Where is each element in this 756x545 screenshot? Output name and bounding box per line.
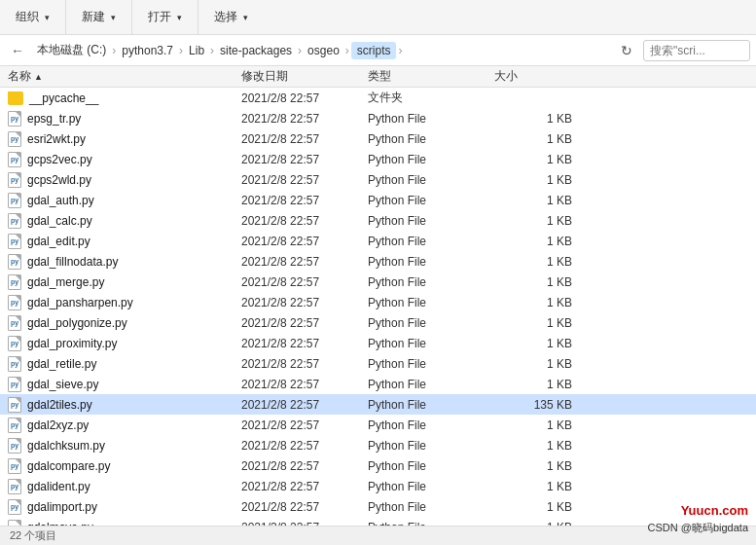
file-row[interactable]: py gcps2vec.py 2021/2/8 22:57 Python Fil… — [0, 149, 756, 169]
cell-date: 2021/2/8 22:57 — [241, 459, 368, 473]
toolbar-select[interactable]: 选择 ▾ — [198, 0, 264, 34]
cell-size: 1 KB — [494, 296, 572, 309]
cell-name: py gdal_merge.py — [8, 274, 241, 290]
cell-date: 2021/2/8 22:57 — [241, 132, 368, 146]
cell-type: Python File — [368, 418, 494, 432]
open-label: 打开 — [148, 9, 171, 25]
file-row[interactable]: py gdal_fillnodata.py 2021/2/8 22:57 Pyt… — [0, 251, 756, 272]
col-header-size[interactable]: 大小 — [494, 68, 572, 85]
crumb-lib[interactable]: Lib — [185, 42, 208, 59]
file-list: __pycache__ 2021/2/8 22:57 文件夹 py epsg_t… — [0, 88, 756, 526]
cell-name: py gdal_pansharpen.py — [8, 295, 241, 310]
python-file-icon: py — [8, 172, 21, 188]
cell-type: Python File — [368, 316, 494, 330]
file-row[interactable]: py gdalcompare.py 2021/2/8 22:57 Python … — [0, 455, 756, 476]
cell-date: 2021/2/8 22:57 — [241, 500, 368, 514]
cell-size: 1 KB — [494, 214, 572, 228]
toolbar-new[interactable]: 新建 ▾ — [66, 0, 132, 34]
file-name: epsg_tr.py — [27, 112, 81, 126]
file-row[interactable]: py gdal2tiles.py 2021/2/8 22:57 Python F… — [0, 394, 756, 415]
cell-size: 1 KB — [494, 255, 572, 269]
cell-type: Python File — [368, 521, 494, 527]
col-header-date[interactable]: 修改日期 — [241, 68, 368, 85]
file-name: gdalident.py — [27, 480, 90, 493]
watermark-line1: Yuucn.com — [681, 503, 748, 518]
cell-size: 135 KB — [494, 398, 572, 412]
file-name: gdal_calc.py — [27, 214, 92, 228]
file-row[interactable]: py gdalmove.py 2021/2/8 22:57 Python Fil… — [0, 517, 756, 526]
cell-name: py gdalident.py — [8, 479, 241, 494]
file-row[interactable]: py gdal_calc.py 2021/2/8 22:57 Python Fi… — [0, 210, 756, 231]
cell-name: py gdalmove.py — [8, 520, 241, 527]
file-row[interactable]: py gcps2wld.py 2021/2/8 22:57 Python Fil… — [0, 169, 756, 190]
file-row[interactable]: py gdalident.py 2021/2/8 22:57 Python Fi… — [0, 476, 756, 496]
cell-date: 2021/2/8 22:57 — [241, 521, 368, 527]
cell-date: 2021/2/8 22:57 — [241, 91, 368, 105]
cell-size: 1 KB — [494, 153, 572, 166]
toolbar-open[interactable]: 打开 ▾ — [132, 0, 198, 34]
python-file-icon: py — [8, 193, 21, 208]
refresh-button[interactable]: ↻ — [616, 40, 637, 61]
file-row[interactable]: py gdal_proximity.py 2021/2/8 22:57 Pyth… — [0, 333, 756, 353]
file-row[interactable]: py gdal_merge.py 2021/2/8 22:57 Python F… — [0, 272, 756, 292]
crumb-root[interactable]: 本地磁盘 (C:) — [33, 40, 110, 60]
file-row[interactable]: py esri2wkt.py 2021/2/8 22:57 Python Fil… — [0, 128, 756, 149]
cell-type: Python File — [368, 480, 494, 493]
file-name: gdal2xyz.py — [27, 418, 89, 432]
file-row[interactable]: py gdal_edit.py 2021/2/8 22:57 Python Fi… — [0, 231, 756, 251]
file-name: gcps2vec.py — [27, 153, 92, 166]
crumb-scripts[interactable]: scripts — [351, 42, 397, 59]
cell-type: Python File — [368, 173, 494, 187]
file-row[interactable]: py gdalchksum.py 2021/2/8 22:57 Python F… — [0, 435, 756, 455]
crumb-python[interactable]: python3.7 — [118, 42, 177, 59]
python-file-icon: py — [8, 479, 21, 494]
cell-name: __pycache__ — [8, 91, 241, 105]
python-file-icon: py — [8, 131, 21, 147]
cell-size: 1 KB — [494, 194, 572, 207]
python-file-icon: py — [8, 458, 21, 474]
cell-size: 1 KB — [494, 337, 572, 350]
col-header-name[interactable]: 名称 ▲ — [8, 68, 241, 85]
cell-name: py gdal_polygonize.py — [8, 315, 241, 331]
cell-date: 2021/2/8 22:57 — [241, 378, 368, 391]
cell-name: py gdalimport.py — [8, 499, 241, 515]
python-file-icon: py — [8, 377, 21, 392]
cell-name: py gdalcompare.py — [8, 458, 241, 474]
file-row[interactable]: __pycache__ 2021/2/8 22:57 文件夹 — [0, 88, 756, 108]
file-row[interactable]: py gdal_auth.py 2021/2/8 22:57 Python Fi… — [0, 190, 756, 210]
file-name: gdal_auth.py — [27, 194, 94, 207]
search-input[interactable] — [643, 40, 750, 61]
file-row[interactable]: py epsg_tr.py 2021/2/8 22:57 Python File… — [0, 108, 756, 128]
cell-date: 2021/2/8 22:57 — [241, 398, 368, 412]
cell-type: Python File — [368, 153, 494, 166]
crumb-osgeo[interactable]: osgeo — [304, 42, 343, 59]
address-bar: ← 本地磁盘 (C:) › python3.7 › Lib › site-pac… — [0, 35, 756, 66]
file-row[interactable]: py gdal_retile.py 2021/2/8 22:57 Python … — [0, 353, 756, 374]
file-row[interactable]: py gdal_pansharpen.py 2021/2/8 22:57 Pyt… — [0, 292, 756, 312]
file-name: gcps2wld.py — [27, 173, 91, 187]
python-file-icon: py — [8, 234, 21, 249]
cell-size: 1 KB — [494, 132, 572, 146]
breadcrumb: 本地磁盘 (C:) › python3.7 › Lib › site-packa… — [33, 40, 612, 60]
cell-name: py gdalchksum.py — [8, 438, 241, 454]
crumb-sitepackages[interactable]: site-packages — [216, 42, 296, 59]
file-name: gdal_pansharpen.py — [27, 296, 133, 309]
python-file-icon: py — [8, 315, 21, 331]
file-name: gdal_sieve.py — [27, 378, 98, 391]
python-file-icon: py — [8, 520, 21, 527]
python-file-icon: py — [8, 111, 21, 127]
toolbar-organize[interactable]: 组织 ▾ — [0, 0, 66, 34]
col-header-type[interactable]: 类型 — [368, 68, 494, 85]
cell-date: 2021/2/8 22:57 — [241, 296, 368, 309]
file-row[interactable]: py gdal2xyz.py 2021/2/8 22:57 Python Fil… — [0, 415, 756, 435]
address-right: ↻ — [616, 40, 750, 61]
back-button[interactable]: ← — [6, 40, 29, 61]
file-name: gdalimport.py — [27, 500, 97, 514]
file-row[interactable]: py gdal_polygonize.py 2021/2/8 22:57 Pyt… — [0, 312, 756, 333]
cell-date: 2021/2/8 22:57 — [241, 214, 368, 228]
cell-size: 1 KB — [494, 112, 572, 126]
organize-chevron: ▾ — [45, 13, 50, 22]
file-row[interactable]: py gdalimport.py 2021/2/8 22:57 Python F… — [0, 496, 756, 517]
cell-name: py gcps2wld.py — [8, 172, 241, 188]
file-row[interactable]: py gdal_sieve.py 2021/2/8 22:57 Python F… — [0, 374, 756, 394]
